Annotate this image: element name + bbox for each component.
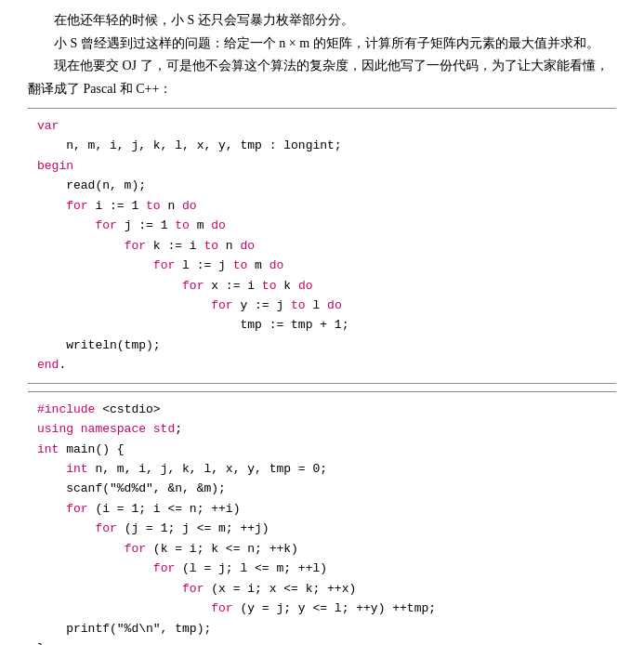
cpp-line-10: for (x = i; x <= k; ++x) <box>37 579 607 599</box>
cpp-line-9: for (l = j; l <= m; ++l) <box>37 559 607 578</box>
cpp-line-3: int main() { <box>37 440 607 459</box>
cpp-line-1: #include <cstdio> <box>37 400 607 419</box>
pascal-line-9: for x := i to k do <box>37 276 607 296</box>
pascal-line-5: for i := 1 to n do <box>37 196 607 216</box>
cpp-line-5: scanf("%d%d", &n, &m); <box>37 479 607 498</box>
pascal-line-12: writeln(tmp); <box>37 336 607 355</box>
cpp-line-4: int n, m, i, j, k, l, x, y, tmp = 0; <box>37 459 607 479</box>
pascal-line-4: read(n, m); <box>37 176 607 195</box>
pascal-line-3: begin <box>37 156 607 176</box>
page-container: 在他还年轻的时候，小 S 还只会写暴力枚举部分分。 小 S 曾经遇到过这样的问题… <box>0 0 644 645</box>
pascal-line-2: n, m, i, j, k, l, x, y, tmp : longint; <box>37 136 607 155</box>
intro-para1: 在他还年轻的时候，小 S 还只会写暴力枚举部分分。 <box>28 9 616 33</box>
intro-text: 在他还年轻的时候，小 S 还只会写暴力枚举部分分。 小 S 曾经遇到过这样的问题… <box>28 9 616 100</box>
pascal-line-6: for j := 1 to m do <box>37 216 607 235</box>
intro-para3: 现在他要交 OJ 了，可是他不会算这个算法的复杂度，因此他写了一份代码，为了让大… <box>28 55 616 100</box>
pascal-line-1: var <box>37 116 607 136</box>
cpp-line-2: using namespace std; <box>37 419 607 439</box>
cpp-line-7: for (j = 1; j <= m; ++j) <box>37 519 607 538</box>
intro-para2: 小 S 曾经遇到过这样的问题：给定一个 n × m 的矩阵，计算所有子矩阵内元素… <box>28 33 616 56</box>
cpp-code-block: #include <cstdio> using namespace std; i… <box>28 391 616 645</box>
cpp-line-12: printf("%d\n", tmp); <box>37 619 607 638</box>
pascal-line-10: for y := j to l do <box>37 296 607 315</box>
pascal-code-block: var n, m, i, j, k, l, x, y, tmp : longin… <box>28 108 616 384</box>
pascal-line-8: for l := j to m do <box>37 256 607 275</box>
cpp-line-13: } <box>37 638 607 645</box>
cpp-line-8: for (k = i; k <= n; ++k) <box>37 539 607 559</box>
pascal-line-7: for k := i to n do <box>37 236 607 256</box>
pascal-line-11: tmp := tmp + 1; <box>37 315 607 335</box>
cpp-line-11: for (y = j; y <= l; ++y) ++tmp; <box>37 599 607 618</box>
pascal-line-13: end. <box>37 355 607 375</box>
cpp-line-6: for (i = 1; i <= n; ++i) <box>37 499 607 519</box>
